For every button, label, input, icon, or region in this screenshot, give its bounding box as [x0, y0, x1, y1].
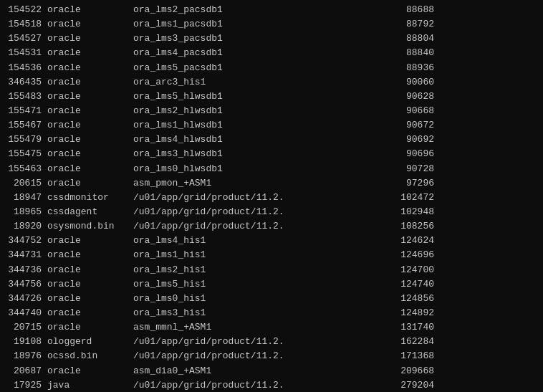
rsz-cell: 102472: [377, 191, 434, 205]
rsz-cell: 88804: [377, 32, 434, 46]
table-row: 344740oracleora_lms3_his1124892: [4, 306, 539, 320]
comm-cell: osysmond.bin: [47, 219, 133, 234]
comm-cell: oracle: [47, 306, 133, 320]
args-cell: ora_lms1_his1: [133, 248, 377, 262]
terminal-content: 154522oracleora_lms2_pacsdb188688154518o…: [4, 3, 539, 392]
table-row: 154527oracleora_lms3_pacsdb188804: [4, 32, 539, 46]
pid-cell: 154518: [4, 17, 47, 32]
pid-cell: 19108: [4, 335, 47, 349]
rsz-cell: 124696: [377, 248, 434, 262]
table-row: 20687oracleasm_dia0_+ASM1209668: [4, 364, 539, 378]
rsz-cell: 124700: [377, 263, 434, 277]
rsz-cell: 90668: [377, 104, 434, 118]
comm-cell: cssdmonitor: [47, 191, 133, 205]
comm-cell: oracle: [47, 75, 133, 90]
args-cell: /u01/app/grid/product/11.2.: [133, 191, 377, 205]
rsz-cell: 209668: [377, 364, 434, 378]
comm-cell: ologgerd: [47, 335, 133, 349]
args-cell: ora_lms5_his1: [133, 277, 377, 292]
comm-cell: oracle: [47, 104, 133, 118]
comm-cell: cssdagent: [47, 205, 133, 219]
comm-cell: oracle: [47, 17, 133, 32]
comm-cell: oracle: [47, 90, 133, 104]
args-cell: ora_lms4_pacsdb1: [133, 46, 377, 60]
table-row: 154531oracleora_lms4_pacsdb188840: [4, 46, 539, 60]
table-row: 344752oracleora_lms4_his1124624: [4, 234, 539, 248]
comm-cell: oracle: [47, 292, 133, 306]
args-cell: ora_lms3_pacsdb1: [133, 32, 377, 46]
pid-cell: 154522: [4, 3, 47, 17]
comm-cell: oracle: [47, 176, 133, 191]
pid-cell: 20687: [4, 364, 47, 378]
comm-cell: java: [47, 378, 133, 392]
table-row: 17925java/u01/app/grid/product/11.2.2792…: [4, 378, 539, 392]
args-cell: asm_pmon_+ASM1: [133, 176, 377, 191]
rsz-cell: 131740: [377, 320, 434, 335]
pid-cell: 155475: [4, 147, 47, 161]
table-row: 155475oracleora_lms3_hlwsdb190696: [4, 147, 539, 161]
table-row: 18947cssdmonitor/u01/app/grid/product/11…: [4, 191, 539, 205]
args-cell: ora_lms4_his1: [133, 234, 377, 248]
rsz-cell: 90672: [377, 118, 434, 133]
table-row: 344726oracleora_lms0_his1124856: [4, 292, 539, 306]
pid-cell: 20615: [4, 176, 47, 191]
table-row: 18920osysmond.bin/u01/app/grid/product/1…: [4, 219, 539, 234]
rsz-cell: 88688: [377, 3, 434, 17]
args-cell: ora_lms5_pacsdb1: [133, 61, 377, 75]
pid-cell: 344756: [4, 277, 47, 292]
pid-cell: 346435: [4, 75, 47, 90]
table-row: 154536oracleora_lms5_pacsdb188936: [4, 61, 539, 75]
args-cell: ora_lms0_hlwsdb1: [133, 162, 377, 176]
rsz-cell: 162284: [377, 335, 434, 349]
comm-cell: oracle: [47, 364, 133, 378]
comm-cell: ocssd.bin: [47, 349, 133, 363]
rsz-cell: 97296: [377, 176, 434, 191]
pid-cell: 18920: [4, 219, 47, 234]
rsz-cell: 124856: [377, 292, 434, 306]
table-row: 346435oracleora_arc3_his190060: [4, 75, 539, 90]
args-cell: ora_lms3_his1: [133, 306, 377, 320]
pid-cell: 155467: [4, 118, 47, 133]
args-cell: ora_lms2_hlwsdb1: [133, 104, 377, 118]
table-row: 18965cssdagent/u01/app/grid/product/11.2…: [4, 205, 539, 219]
comm-cell: oracle: [47, 118, 133, 133]
rsz-cell: 124892: [377, 306, 434, 320]
args-cell: /u01/app/grid/product/11.2.: [133, 335, 377, 349]
rsz-cell: 171368: [377, 349, 434, 363]
rsz-cell: 90060: [377, 75, 434, 90]
args-cell: ora_lms3_hlwsdb1: [133, 147, 377, 161]
pid-cell: 18947: [4, 191, 47, 205]
args-cell: /u01/app/grid/product/11.2.: [133, 219, 377, 234]
pid-cell: 344731: [4, 248, 47, 262]
comm-cell: oracle: [47, 61, 133, 75]
comm-cell: oracle: [47, 3, 133, 17]
rsz-cell: 124740: [377, 277, 434, 292]
table-row: 155467oracleora_lms1_hlwsdb190672: [4, 118, 539, 133]
terminal-window: 154522oracleora_lms2_pacsdb188688154518o…: [0, 0, 543, 392]
rsz-cell: 90628: [377, 90, 434, 104]
pid-cell: 344726: [4, 292, 47, 306]
args-cell: ora_lms5_hlwsdb1: [133, 90, 377, 104]
comm-cell: oracle: [47, 248, 133, 262]
pid-cell: 155463: [4, 162, 47, 176]
args-cell: /u01/app/grid/product/11.2.: [133, 378, 377, 392]
pid-cell: 154536: [4, 61, 47, 75]
args-cell: ora_lms0_his1: [133, 292, 377, 306]
table-row: 344731oracleora_lms1_his1124696: [4, 248, 539, 262]
pid-cell: 155479: [4, 133, 47, 147]
pid-cell: 344736: [4, 263, 47, 277]
table-row: 20715oracleasm_mmnl_+ASM1131740: [4, 320, 539, 335]
table-row: 155483oracleora_lms5_hlwsdb190628: [4, 90, 539, 104]
table-row: 155471oracleora_lms2_hlwsdb190668: [4, 104, 539, 118]
rsz-cell: 108256: [377, 219, 434, 234]
pid-cell: 18965: [4, 205, 47, 219]
comm-cell: oracle: [47, 133, 133, 147]
rsz-cell: 90692: [377, 133, 434, 147]
rsz-cell: 88840: [377, 46, 434, 60]
table-row: 154522oracleora_lms2_pacsdb188688: [4, 3, 539, 17]
args-cell: ora_lms2_pacsdb1: [133, 3, 377, 17]
pid-cell: 344740: [4, 306, 47, 320]
comm-cell: oracle: [47, 162, 133, 176]
table-row: 344756oracleora_lms5_his1124740: [4, 277, 539, 292]
pid-cell: 154531: [4, 46, 47, 60]
